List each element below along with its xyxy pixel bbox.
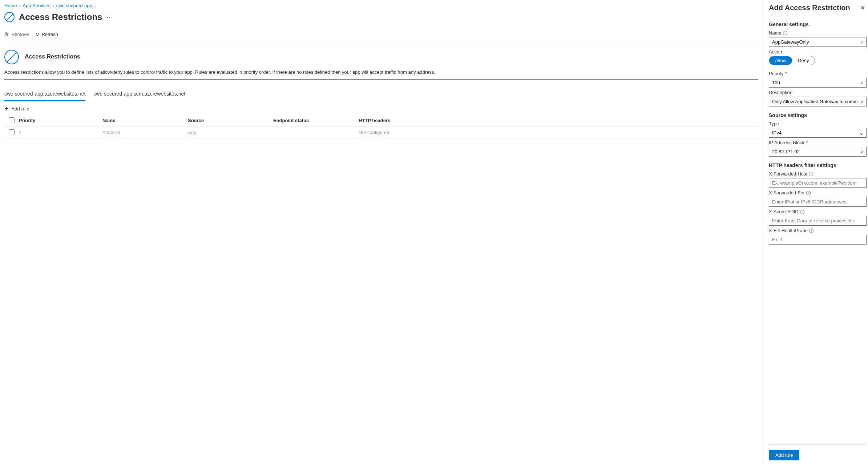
xff-input[interactable] [769,197,867,207]
deny-icon [4,12,15,22]
panel-title: Add Access Restriction [769,4,850,12]
hp-input[interactable] [769,235,867,245]
check-icon: ✓ [860,149,864,155]
add-restriction-panel: Add Access Restriction ✕ General setting… [763,0,868,464]
general-settings-heading: General settings [769,21,867,27]
trash-icon: 🗑 [4,32,9,37]
section-description: Access restrictions allow you to define … [4,69,758,80]
ip-label: IP Address Block * [769,140,867,145]
action-deny[interactable]: Deny [792,56,815,65]
chevron-icon: › [53,4,54,8]
deny-icon [4,50,19,64]
type-label: Type [769,121,867,126]
breadcrumb: Home› App Services› cwc-secured-app› [4,3,758,8]
http-headers-heading: HTTP headers filter settings [769,162,867,168]
chevron-icon: › [19,4,21,8]
remove-button[interactable]: 🗑 Remove [4,32,29,37]
info-icon[interactable]: i [806,191,811,195]
remove-label: Remove [11,32,29,37]
check-icon: ✓ [860,99,864,105]
refresh-button[interactable]: ↻ Refresh [35,32,58,37]
name-input[interactable] [769,37,867,47]
hp-label: X-FD-HealthProbei [769,228,867,233]
plus-icon: + [4,105,9,112]
cell-priority: 1 [19,130,102,135]
tab-scm-site[interactable]: cwc-secured-app.scm.azurewebsites.net [93,89,185,101]
ip-input[interactable] [769,147,867,157]
check-icon: ✓ [860,80,864,86]
col-name: Name [102,118,188,123]
source-settings-heading: Source settings [769,112,867,118]
cell-source: Any [188,130,273,135]
chevron-icon: › [94,4,96,8]
xfh-input[interactable] [769,178,867,188]
info-icon[interactable]: i [783,31,787,35]
cell-http: Not configured [359,130,758,135]
close-button[interactable]: ✕ [859,4,867,11]
add-rule-submit[interactable]: Add rule [769,450,799,460]
col-source: Source [188,118,273,123]
row-checkbox[interactable] [9,129,15,135]
action-allow[interactable]: Allow [769,56,792,65]
breadcrumb-app[interactable]: cwc-secured-app [56,3,92,8]
refresh-label: Refresh [41,32,58,37]
fdid-input[interactable] [769,216,867,226]
info-icon[interactable]: i [809,172,813,176]
info-icon[interactable]: i [800,210,804,214]
name-label: Namei [769,30,867,36]
priority-input[interactable] [769,78,867,88]
col-http: HTTP headers [359,118,758,123]
refresh-icon: ↻ [35,32,39,37]
check-icon: ✓ [860,39,864,45]
xfh-label: X-Forwarded-Hosti [769,171,867,177]
description-label: Description [769,90,867,95]
info-icon[interactable]: i [809,229,814,233]
type-select[interactable] [769,128,867,138]
select-all-checkbox[interactable] [9,117,15,123]
section-heading: Access Restrictions [25,53,80,61]
fdid-label: X-Azure-FDIDi [769,209,867,214]
site-tabs: cwc-secured-app.azurewebsites.net cwc-se… [4,89,758,101]
toolbar: 🗑 Remove ↻ Refresh [4,29,758,41]
breadcrumb-app-services[interactable]: App Services [23,3,51,8]
col-endpoint: Endpoint status [273,118,359,123]
priority-label: Priority * [769,71,867,76]
add-rule-label: Add rule [12,106,29,112]
page-title: Access Restrictions [19,12,102,22]
add-rule-button[interactable]: + Add rule [4,105,758,112]
tab-main-site[interactable]: cwc-secured-app.azurewebsites.net [4,89,85,101]
table-header: Priority Name Source Endpoint status HTT… [4,114,758,126]
more-button[interactable]: ··· [106,13,113,21]
action-label: Action [769,49,867,55]
cell-name: Allow all [102,130,188,135]
xff-label: X-Forwarded-Fori [769,190,867,195]
breadcrumb-home[interactable]: Home [4,3,17,8]
action-toggle: Allow Deny [769,56,815,65]
col-priority: Priority [19,118,102,123]
table-row[interactable]: 1 Allow all Any Not configured [4,126,758,138]
description-input[interactable] [769,97,867,106]
